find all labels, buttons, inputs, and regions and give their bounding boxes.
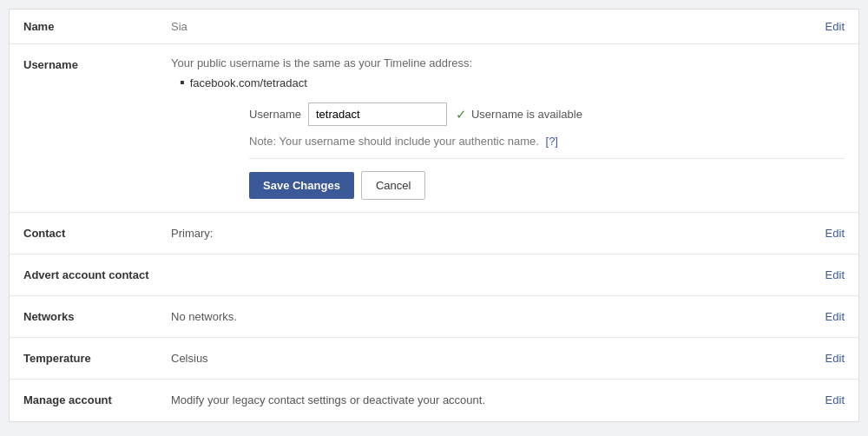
setting-content: Modify your legacy contact settings or d… [171,392,812,406]
setting-edit-link[interactable]: Edit [825,225,845,240]
bullet-icon: ▪ [180,75,185,90]
username-note: Note: Your username should include your … [249,135,845,159]
setting-content [171,267,812,268]
setting-content: No networks. [171,308,812,323]
settings-panel: Name Sia Edit Username Your public usern… [9,9,859,422]
setting-row: NetworksNo networks.Edit [10,296,858,338]
setting-content: Celsius [171,350,812,365]
name-edit-link[interactable]: Edit [825,20,845,33]
setting-edit-link[interactable]: Edit [825,350,845,365]
username-available-text: Username is available [471,108,582,121]
setting-edit-link[interactable]: Edit [825,392,845,406]
setting-label: Manage account [23,392,171,406]
setting-edit-link[interactable]: Edit [825,267,845,281]
name-value: Sia [171,20,825,33]
username-input-label: Username [249,108,301,121]
setting-content: Primary: [171,225,812,240]
username-note-text: Note: Your username should include your … [249,135,539,148]
setting-row: Advert account contactEdit [10,254,858,296]
setting-label: Advert account contact [23,267,171,281]
username-buttons: Save Changes Cancel [249,171,845,200]
setting-row: ContactPrimary:Edit [10,213,858,254]
username-input-row: Username ✓ Username is available [249,102,845,126]
setting-label: Temperature [23,350,171,365]
username-available: ✓ Username is available [456,107,582,122]
save-changes-button[interactable]: Save Changes [249,172,354,199]
setting-edit-link[interactable]: Edit [825,308,845,323]
username-note-link[interactable]: [?] [546,135,558,148]
username-header-row: Username Your public username is the sam… [23,56,845,200]
name-row: Name Sia Edit [10,10,858,44]
username-label: Username [23,56,171,71]
setting-label: Networks [23,308,171,323]
username-url-row: ▪ facebook.com/tetradact [180,75,845,90]
username-url: facebook.com/tetradact [190,76,307,89]
setting-label: Contact [23,225,171,240]
setting-row: Manage accountModify your legacy contact… [10,380,858,421]
username-description: Your public username is the same as your… [171,56,845,69]
username-content: Your public username is the same as your… [171,56,845,200]
name-label: Name [23,20,171,33]
other-rows: ContactPrimary:EditAdvert account contac… [10,213,858,421]
checkmark-icon: ✓ [456,107,467,122]
cancel-button[interactable]: Cancel [361,171,425,200]
username-input[interactable] [308,102,447,126]
username-section: Username Your public username is the sam… [10,44,858,213]
setting-row: TemperatureCelsiusEdit [10,338,858,380]
